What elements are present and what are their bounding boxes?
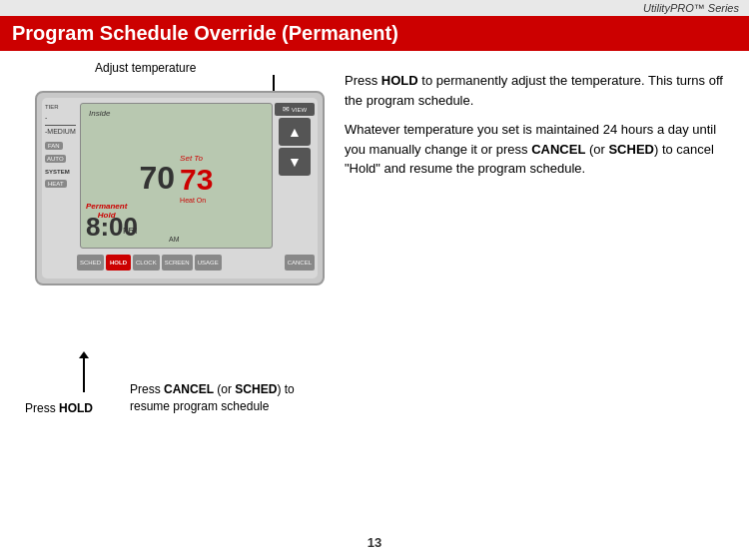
- brand-header: UtilityPRO™ Series: [0, 0, 749, 16]
- thermostat-bottom-buttons: SCHED HOLD CLOCK SCREEN USAGE CANCEL: [77, 252, 315, 274]
- page-number: 13: [0, 535, 749, 550]
- sched-bold-annotation: SCHED: [235, 382, 277, 396]
- instruction-para2: Whatever temperature you set is maintain…: [345, 120, 734, 179]
- thermostat-right-buttons: ✉ VIEW ▲ ▼: [275, 103, 315, 244]
- sched-button[interactable]: SCHED: [77, 255, 104, 271]
- clock-button[interactable]: CLOCK: [133, 255, 160, 271]
- system-label: SYSTEM: [45, 168, 76, 176]
- time-ampm: AM: [169, 236, 180, 243]
- cancel-instruction-bold: CANCEL: [531, 142, 585, 157]
- fan-button[interactable]: FAN: [45, 142, 63, 150]
- view-button[interactable]: ✉ VIEW: [275, 103, 315, 116]
- time-day: FRI: [123, 226, 138, 236]
- sched-instruction-bold: SCHED: [608, 142, 654, 157]
- main-content: Adjust temperature TIER - -MEDIUM FAN AU…: [0, 51, 749, 490]
- dash1-label: -: [45, 113, 76, 123]
- annotation-adjust-temp: Adjust temperature: [95, 61, 196, 75]
- brand-text: UtilityPRO™ Series: [643, 2, 739, 14]
- hold-instruction-bold: HOLD: [381, 73, 418, 88]
- page-title: Program Schedule Override (Permanent): [0, 16, 749, 51]
- usage-button[interactable]: USAGE: [195, 255, 222, 271]
- instruction-para1: Press HOLD to permanently adjust the tem…: [345, 71, 734, 110]
- auto-button[interactable]: AUTO: [45, 155, 66, 163]
- screen-button[interactable]: SCREEN: [162, 255, 193, 271]
- inside-label: Inside: [89, 109, 110, 118]
- heat-on-label: Heat On: [180, 197, 206, 204]
- inside-temp: 70: [140, 160, 176, 197]
- cancel-bold-annotation: CANCEL: [164, 382, 214, 396]
- temp-row: 70 Set To 73 Heat On: [140, 154, 214, 204]
- up-button[interactable]: ▲: [279, 118, 311, 146]
- press-hold-label: Press HOLD: [25, 401, 93, 415]
- hold-bold: HOLD: [59, 401, 93, 415]
- arrow-hold-head: [79, 351, 89, 358]
- thermostat-display: Inside 70 Set To 73 Heat On Permanent Ho…: [80, 103, 273, 249]
- press-cancel-label: Press CANCEL (or SCHED) to resume progra…: [130, 381, 295, 415]
- thermostat-device: TIER - -MEDIUM FAN AUTO SYSTEM HEAT: [35, 91, 325, 285]
- cancel-button[interactable]: CANCEL: [285, 255, 315, 271]
- medium-label: -MEDIUM: [45, 125, 76, 137]
- tier-label: TIER: [45, 103, 76, 111]
- down-button[interactable]: ▼: [279, 148, 311, 176]
- right-section: Press HOLD to permanently adjust the tem…: [345, 61, 734, 480]
- set-to-label: Set To: [180, 154, 203, 163]
- heat-button[interactable]: HEAT: [45, 180, 67, 188]
- arrow-hold: [83, 357, 85, 392]
- thermostat-inner: TIER - -MEDIUM FAN AUTO SYSTEM HEAT: [42, 98, 318, 279]
- left-section: Adjust temperature TIER - -MEDIUM FAN AU…: [15, 61, 335, 480]
- setpoint-temp: 73: [180, 163, 213, 197]
- hold-button[interactable]: HOLD: [106, 255, 131, 271]
- thermostat-sidebar: TIER - -MEDIUM FAN AUTO SYSTEM HEAT: [45, 103, 76, 191]
